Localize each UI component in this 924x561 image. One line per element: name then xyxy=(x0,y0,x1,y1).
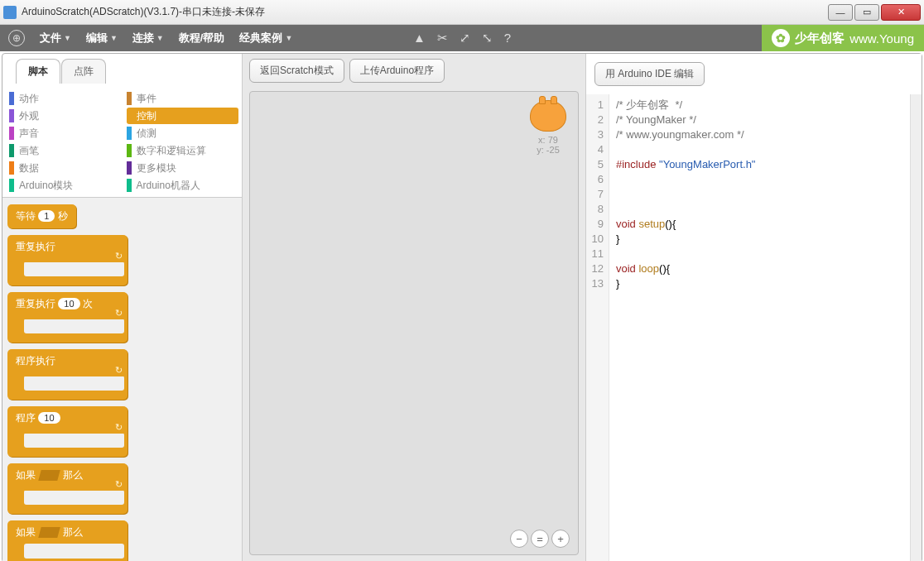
block-forever[interactable]: 重复执行 xyxy=(7,235,128,285)
blocks-palette: 等待 1 秒 重复执行 重复执行 10 次 程序执行 程序 10 如果 那么 如… xyxy=(2,198,242,561)
window-title: ArduinoScratch(ADScratch)(V3.1.7)-串口未连接-… xyxy=(22,5,828,19)
category-更多模块[interactable]: 更多模块 xyxy=(127,160,239,176)
app-icon xyxy=(3,6,17,19)
block-program[interactable]: 程序 10 xyxy=(7,406,128,457)
help-icon[interactable]: ? xyxy=(504,31,511,46)
block-categories: 动作事件外观控制声音侦测画笔数字和逻辑运算数据更多模块Arduino模块Ardu… xyxy=(2,84,242,198)
brand-gear-icon: ✿ xyxy=(772,29,790,47)
brand-name: 少年创客 xyxy=(795,31,845,46)
maximize-button[interactable]: ▭ xyxy=(854,4,879,21)
category-动作[interactable]: 动作 xyxy=(9,90,122,107)
menu-examples[interactable]: 经典案例▼ xyxy=(233,27,299,49)
category-数据[interactable]: 数据 xyxy=(9,160,122,176)
category-画笔[interactable]: 画笔 xyxy=(9,142,122,159)
category-声音[interactable]: 声音 xyxy=(9,125,122,141)
stage-panel: 返回Scratch模式 上传Arduino程序 x: 79 y: -25 − =… xyxy=(243,54,586,561)
back-to-scratch-button[interactable]: 返回Scratch模式 xyxy=(249,59,344,83)
block-wait[interactable]: 等待 1 秒 xyxy=(7,204,76,228)
menu-file[interactable]: 文件▼ xyxy=(33,27,78,49)
shrink-icon[interactable]: ⤡ xyxy=(482,31,493,46)
main-content: 脚本 点阵 动作事件外观控制声音侦测画笔数字和逻辑运算数据更多模块Arduino… xyxy=(2,53,922,561)
minimize-button[interactable]: — xyxy=(828,4,853,21)
block-if-else[interactable]: 如果 那么 xyxy=(7,520,128,561)
category-外观[interactable]: 外观 xyxy=(9,108,122,124)
left-panel: 脚本 点阵 动作事件外观控制声音侦测画笔数字和逻辑运算数据更多模块Arduino… xyxy=(2,54,243,561)
tab-matrix[interactable]: 点阵 xyxy=(61,59,106,84)
code-panel: 用 Arduino IDE 编辑 12345678910111213 /* 少年… xyxy=(586,54,922,561)
upload-arduino-button[interactable]: 上传Arduino程序 xyxy=(349,59,445,83)
category-数字和逻辑运算[interactable]: 数字和逻辑运算 xyxy=(127,142,239,159)
code-scrollbar[interactable] xyxy=(910,94,922,561)
titlebar: ArduinoScratch(ADScratch)(V3.1.7)-串口未连接-… xyxy=(0,0,924,25)
block-repeat[interactable]: 重复执行 10 次 xyxy=(7,292,128,343)
brand-url: www.Young xyxy=(849,31,914,46)
left-tabs: 脚本 点阵 xyxy=(2,54,242,84)
menubar: ⊕ 文件▼ 编辑▼ 连接▼ 教程/帮助 经典案例▼ ▲ ✂ ⤢ ⤡ ? ✿ 少年… xyxy=(0,25,924,51)
window-controls: — ▭ ✕ xyxy=(828,4,921,21)
brand-banner: ✿ 少年创客 www.Young xyxy=(762,25,924,51)
category-事件[interactable]: 事件 xyxy=(127,90,239,107)
scissors-icon[interactable]: ✂ xyxy=(437,31,448,46)
menu-connect[interactable]: 连接▼ xyxy=(126,27,171,49)
category-控制[interactable]: 控制 xyxy=(127,108,239,124)
close-button[interactable]: ✕ xyxy=(881,4,921,21)
scratch-cat-icon xyxy=(530,100,566,132)
open-ide-button[interactable]: 用 Arduino IDE 编辑 xyxy=(594,62,705,86)
category-侦测[interactable]: 侦测 xyxy=(127,125,239,141)
stamp-icon[interactable]: ▲ xyxy=(413,31,426,46)
block-if[interactable]: 如果 那么 xyxy=(7,463,128,514)
line-gutter: 12345678910111213 xyxy=(586,94,609,561)
sprite-indicator: x: 79 y: -25 xyxy=(530,100,566,155)
menu-edit[interactable]: 编辑▼ xyxy=(79,27,124,49)
code-lines[interactable]: /* 少年创客 *//* YoungMaker *//* www.youngma… xyxy=(609,94,762,561)
category-Arduino机器人[interactable]: Arduino机器人 xyxy=(127,177,239,194)
zoom-controls: − = + xyxy=(510,530,570,548)
block-proc-exec[interactable]: 程序执行 xyxy=(7,349,128,400)
category-Arduino模块[interactable]: Arduino模块 xyxy=(9,177,122,194)
zoom-reset-button[interactable]: = xyxy=(531,530,549,548)
menu-tutorial[interactable]: 教程/帮助 xyxy=(172,27,232,49)
zoom-out-button[interactable]: − xyxy=(510,530,528,548)
expand-icon[interactable]: ⤢ xyxy=(460,31,470,46)
tab-scripts[interactable]: 脚本 xyxy=(16,59,60,84)
stage-canvas[interactable]: x: 79 y: -25 − = + xyxy=(249,91,579,555)
language-icon[interactable]: ⊕ xyxy=(8,30,25,46)
zoom-in-button[interactable]: + xyxy=(551,530,570,548)
code-editor[interactable]: 12345678910111213 /* 少年创客 *//* YoungMake… xyxy=(586,94,910,561)
